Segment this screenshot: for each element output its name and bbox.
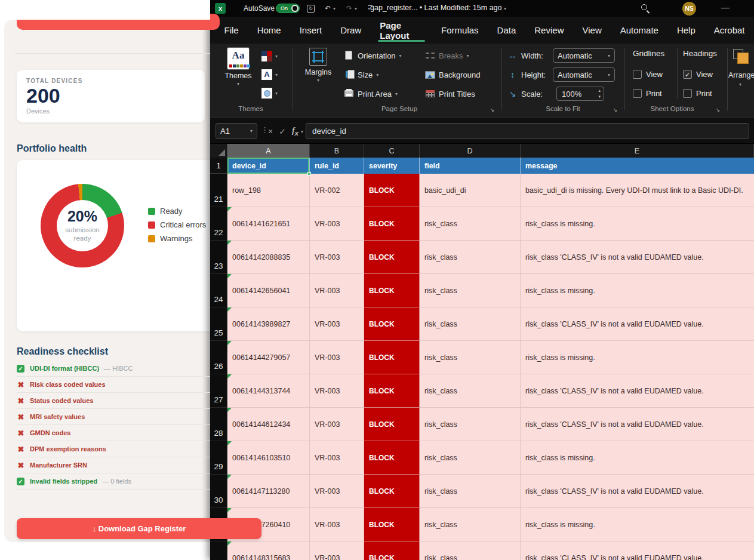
orientation-button[interactable]: Orientation▾	[344, 48, 402, 63]
row-number[interactable]: 22	[210, 207, 227, 241]
cell-message[interactable]: risk_class is missing.	[521, 207, 754, 241]
row-number[interactable]: 28	[210, 408, 227, 441]
cell-device-id[interactable]: 00614146103510	[227, 441, 310, 475]
enter-icon[interactable]: ✓	[279, 127, 286, 136]
cell-message[interactable]: risk_class 'CLASS_IV' is not a valid EUD…	[521, 241, 754, 274]
chevron-down-icon[interactable]: ▾	[333, 6, 336, 11]
ribbon-tab[interactable]: Data	[488, 17, 525, 44]
cell-rule-id[interactable]: VR-003	[310, 441, 364, 475]
cell-rule-id[interactable]: VR-003	[310, 508, 364, 541]
row-number[interactable]: 32	[210, 541, 227, 560]
print-titles-button[interactable]: Print Titles	[425, 86, 475, 101]
gridlines-print-checkbox[interactable]: Print	[633, 86, 662, 100]
theme-fonts-button[interactable]: A▾	[261, 67, 278, 82]
column-header-c[interactable]: C	[364, 144, 420, 158]
scale-to-fit-dialog-launcher-icon[interactable]: ↘	[611, 106, 619, 113]
cell-rule-id[interactable]: VR-003	[310, 207, 364, 241]
cell-field[interactable]: risk_class	[420, 441, 521, 475]
cell-rule-id[interactable]: VR-003	[310, 341, 364, 374]
cell-device-id[interactable]: 00614141621651	[227, 207, 310, 241]
name-box[interactable]: A1▾	[216, 123, 257, 139]
theme-effects-button[interactable]: ▾	[261, 86, 278, 100]
cell-message[interactable]: basic_udi_di is missing. Every UDI-DI mu…	[521, 174, 754, 207]
ribbon-tab[interactable]: Review	[525, 17, 573, 44]
cell-rule-id[interactable]: VR-003	[310, 475, 364, 508]
cell-severity[interactable]: BLOCK	[364, 408, 420, 441]
background-button[interactable]: Background	[425, 67, 480, 82]
column-header-b[interactable]: B	[310, 144, 364, 158]
cell-message[interactable]: risk_class is missing.	[521, 341, 754, 374]
cell-device-id[interactable]: 00614142088835	[227, 241, 310, 274]
cell-field[interactable]: risk_class	[420, 274, 521, 307]
cell-field[interactable]: risk_class	[420, 508, 521, 541]
column-header-d[interactable]: D	[420, 144, 521, 158]
row-number[interactable]: 27	[210, 374, 227, 408]
cell-device-id[interactable]: 00614143989827	[227, 307, 310, 341]
breaks-button[interactable]: Breaks▾	[425, 48, 469, 63]
ribbon-tab[interactable]: Help	[667, 17, 704, 44]
spinner-arrows-icon[interactable]: ▴▾	[598, 88, 601, 100]
cell-field[interactable]: risk_class	[420, 207, 521, 241]
row-number[interactable]: 26	[210, 341, 227, 374]
cell-message[interactable]: risk_class is missing.	[521, 274, 754, 307]
cell-message[interactable]: risk_class 'CLASS_IV' is not a valid EUD…	[521, 541, 754, 560]
cell-severity[interactable]: BLOCK	[364, 341, 420, 374]
insert-function-button[interactable]: fx ▾	[292, 125, 303, 137]
cell-severity[interactable]: BLOCK	[364, 174, 420, 207]
search-icon[interactable]	[641, 4, 647, 10]
cell-field[interactable]: risk_class	[420, 341, 521, 374]
cell-severity[interactable]: BLOCK	[364, 508, 420, 541]
cell-device-id[interactable]: row_198	[227, 174, 310, 207]
print-area-button[interactable]: Print Area▾	[344, 86, 398, 101]
ribbon-tab[interactable]: Formulas	[432, 17, 488, 44]
arrange-label[interactable]: Arrange	[728, 71, 754, 79]
cell-field[interactable]: risk_class	[420, 374, 521, 408]
cell-device-id[interactable]: 00614142656041	[227, 274, 310, 307]
scale-spinner[interactable]: 100%▴▾	[556, 87, 604, 101]
cell-message[interactable]: risk_class is missing.	[521, 508, 754, 541]
cell-e1[interactable]: message	[521, 158, 754, 174]
cell-message[interactable]: risk_class 'CLASS_IV' is not a valid EUD…	[521, 475, 754, 508]
cell-b1[interactable]: rule_id	[310, 158, 364, 174]
headings-print-checkbox[interactable]: Print	[683, 86, 712, 100]
cell-rule-id[interactable]: VR-003	[310, 541, 364, 560]
undo-button[interactable]: ↶▾	[325, 0, 338, 17]
cell-severity[interactable]: BLOCK	[364, 241, 420, 274]
cell-c1[interactable]: severity	[364, 158, 420, 174]
formula-input[interactable]: device_id	[306, 123, 749, 139]
column-header-a[interactable]: A	[227, 144, 310, 158]
ribbon-tab[interactable]: File	[215, 17, 248, 44]
cell-device-id[interactable]: 00614144313744	[227, 374, 310, 408]
column-header-e[interactable]: E	[521, 144, 754, 158]
autosave-toggle[interactable]: On	[276, 4, 300, 13]
cell-rule-id[interactable]: VR-003	[310, 408, 364, 441]
avatar[interactable]: NS	[682, 2, 696, 16]
theme-colors-button[interactable]: ▾	[261, 49, 278, 63]
cell-device-id[interactable]: 00614148315683	[227, 541, 310, 560]
cancel-icon[interactable]: ×	[268, 127, 273, 136]
cell-rule-id[interactable]: VR-003	[310, 307, 364, 341]
cell-severity[interactable]: BLOCK	[364, 541, 420, 560]
page-setup-dialog-launcher-icon[interactable]: ↘	[488, 106, 496, 113]
ribbon-tab[interactable]: Insert	[290, 17, 331, 44]
ribbon-tab[interactable]: Automate	[611, 17, 667, 44]
cell-severity[interactable]: BLOCK	[364, 207, 420, 241]
margins-button[interactable]: Margins ▾	[301, 48, 336, 83]
cell-rule-id[interactable]: VR-002	[310, 174, 364, 207]
cell-field[interactable]: risk_class	[420, 541, 521, 560]
cell-message[interactable]: risk_class 'CLASS_IV' is not a valid EUD…	[521, 408, 754, 441]
cell-d1[interactable]: field	[420, 158, 521, 174]
cell-rule-id[interactable]: VR-003	[310, 274, 364, 307]
cell-a1-selected[interactable]: device_id	[227, 158, 310, 174]
row-number[interactable]: 25	[210, 307, 227, 341]
cell-field[interactable]: basic_udi_di	[420, 174, 521, 207]
cell-rule-id[interactable]: VR-003	[310, 241, 364, 274]
cell-rule-id[interactable]: VR-003	[310, 374, 364, 408]
row-number[interactable]: 29	[210, 441, 227, 475]
cell-severity[interactable]: BLOCK	[364, 307, 420, 341]
ribbon-tab[interactable]: Home	[248, 17, 290, 44]
cell-device-id[interactable]: 00614144279057	[227, 341, 310, 374]
select-all-corner[interactable]	[210, 144, 227, 158]
cell-message[interactable]: risk_class 'CLASS_IV' is not a valid EUD…	[521, 307, 754, 341]
width-dropdown[interactable]: Automatic▾	[553, 48, 615, 63]
